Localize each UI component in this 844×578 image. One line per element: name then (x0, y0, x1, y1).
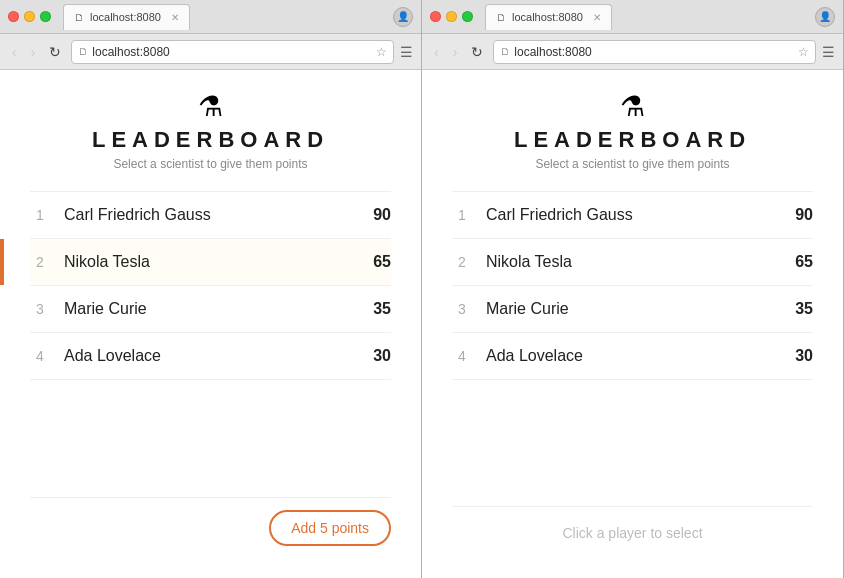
traffic-lights (8, 11, 51, 22)
page-content-left: ⚗ LEADERBOARD Select a scientist to give… (0, 70, 421, 578)
back-button[interactable]: ‹ (8, 43, 21, 61)
player-row[interactable]: 1 Carl Friedrich Gauss 90 (452, 192, 813, 239)
player-score: 35 (373, 300, 391, 318)
player-name: Nikola Tesla (486, 253, 795, 271)
address-bar-left[interactable]: 🗋 localhost:8080 ☆ (71, 40, 394, 64)
title-bar-left: 🗋 localhost:8080 ✕ 👤 (0, 0, 421, 34)
header-section-left: ⚗ LEADERBOARD Select a scientist to give… (30, 90, 391, 171)
browser-window-left: 🗋 localhost:8080 ✕ 👤 ‹ › ↻ 🗋 localhost:8… (0, 0, 422, 578)
close-button-right[interactable] (430, 11, 441, 22)
player-row[interactable]: 1 Carl Friedrich Gauss 90 (30, 192, 391, 239)
board-subtitle-left: Select a scientist to give them points (30, 157, 391, 171)
title-bar-right: 🗋 localhost:8080 ✕ 👤 (422, 0, 843, 34)
player-name: Marie Curie (486, 300, 795, 318)
forward-button-right[interactable]: › (449, 43, 462, 61)
player-list-right: 1 Carl Friedrich Gauss 90 2 Nikola Tesla… (452, 191, 813, 506)
flask-icon-right: ⚗ (452, 90, 813, 123)
board-subtitle-right: Select a scientist to give them points (452, 157, 813, 171)
add-points-button[interactable]: Add 5 points (269, 510, 391, 546)
rank: 4 (30, 348, 50, 364)
player-list-left: 1 Carl Friedrich Gauss 90 2 Nikola Tesla… (30, 191, 391, 497)
maximize-button-right[interactable] (462, 11, 473, 22)
refresh-button-right[interactable]: ↻ (467, 43, 487, 61)
player-name: Carl Friedrich Gauss (486, 206, 795, 224)
player-name: Ada Lovelace (64, 347, 373, 365)
rank: 2 (30, 254, 50, 270)
minimize-button[interactable] (24, 11, 35, 22)
url-text-right: localhost:8080 (514, 45, 794, 59)
tab-doc-icon-right: 🗋 (496, 12, 506, 23)
url-text: localhost:8080 (92, 45, 372, 59)
player-row[interactable]: 2 Nikola Tesla 65 (30, 239, 391, 286)
bookmark-icon[interactable]: ☆ (376, 45, 387, 59)
player-name: Ada Lovelace (486, 347, 795, 365)
player-row[interactable]: 2 Nikola Tesla 65 (452, 239, 813, 286)
player-row[interactable]: 4 Ada Lovelace 30 (452, 333, 813, 380)
tab-close-icon[interactable]: ✕ (171, 12, 179, 23)
menu-icon-right[interactable]: ☰ (822, 44, 835, 60)
board-title-left: LEADERBOARD (30, 127, 391, 153)
footer-section-left: Add 5 points (30, 497, 391, 558)
back-button-right[interactable]: ‹ (430, 43, 443, 61)
user-avatar-right[interactable]: 👤 (815, 7, 835, 27)
menu-icon[interactable]: ☰ (400, 44, 413, 60)
player-name: Marie Curie (64, 300, 373, 318)
minimize-button-right[interactable] (446, 11, 457, 22)
rank: 1 (452, 207, 472, 223)
maximize-button[interactable] (40, 11, 51, 22)
flask-icon-left: ⚗ (30, 90, 391, 123)
traffic-lights-right (430, 11, 473, 22)
forward-button[interactable]: › (27, 43, 40, 61)
rank: 2 (452, 254, 472, 270)
header-section-right: ⚗ LEADERBOARD Select a scientist to give… (452, 90, 813, 171)
tab-close-icon-right[interactable]: ✕ (593, 12, 601, 23)
player-score: 65 (795, 253, 813, 271)
refresh-button[interactable]: ↻ (45, 43, 65, 61)
rank: 3 (452, 301, 472, 317)
tab-label-right: localhost:8080 (512, 11, 583, 23)
player-score: 30 (795, 347, 813, 365)
rank: 3 (30, 301, 50, 317)
close-button[interactable] (8, 11, 19, 22)
user-avatar-left[interactable]: 👤 (393, 7, 413, 27)
player-row[interactable]: 3 Marie Curie 35 (30, 286, 391, 333)
player-row[interactable]: 3 Marie Curie 35 (452, 286, 813, 333)
player-name: Nikola Tesla (64, 253, 373, 271)
player-score: 65 (373, 253, 391, 271)
player-name: Carl Friedrich Gauss (64, 206, 373, 224)
player-row[interactable]: 4 Ada Lovelace 30 (30, 333, 391, 380)
rank: 4 (452, 348, 472, 364)
lock-icon: 🗋 (78, 46, 88, 57)
player-score: 35 (795, 300, 813, 318)
page-content-right: ⚗ LEADERBOARD Select a scientist to give… (422, 70, 843, 578)
tab-doc-icon: 🗋 (74, 12, 84, 23)
tab-label: localhost:8080 (90, 11, 161, 23)
leaderboard-left: ⚗ LEADERBOARD Select a scientist to give… (0, 70, 421, 578)
board-title-right: LEADERBOARD (452, 127, 813, 153)
no-selection-text: Click a player to select (452, 525, 813, 541)
leaderboard-right: ⚗ LEADERBOARD Select a scientist to give… (422, 70, 843, 578)
lock-icon-right: 🗋 (500, 46, 510, 57)
player-score: 90 (795, 206, 813, 224)
toolbar-left: ‹ › ↻ 🗋 localhost:8080 ☆ ☰ (0, 34, 421, 70)
toolbar-right: ‹ › ↻ 🗋 localhost:8080 ☆ ☰ (422, 34, 843, 70)
browser-window-right: 🗋 localhost:8080 ✕ 👤 ‹ › ↻ 🗋 localhost:8… (422, 0, 844, 578)
footer-section-right: Click a player to select (452, 506, 813, 558)
player-score: 90 (373, 206, 391, 224)
rank: 1 (30, 207, 50, 223)
browser-tab-left[interactable]: 🗋 localhost:8080 ✕ (63, 4, 190, 30)
address-bar-right[interactable]: 🗋 localhost:8080 ☆ (493, 40, 816, 64)
browser-tab-right[interactable]: 🗋 localhost:8080 ✕ (485, 4, 612, 30)
bookmark-icon-right[interactable]: ☆ (798, 45, 809, 59)
player-score: 30 (373, 347, 391, 365)
